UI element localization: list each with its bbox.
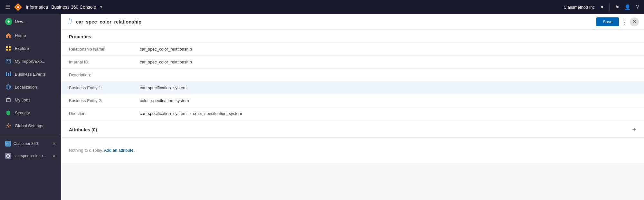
sidebar-label-jobs: My Jobs — [15, 98, 30, 102]
topbar-left: ☰ Informatica Business 360 Console ▼ — [5, 3, 103, 12]
table-row: Internal ID: car_spec_color_relationship — [61, 56, 644, 69]
sidebar-pinned-car-spec[interactable]: car_spec_color_r... ✕ — [0, 150, 61, 162]
help-icon[interactable]: ? — [636, 4, 639, 10]
sidebar-pinned-label-car-spec: car_spec_color_r... — [14, 154, 50, 158]
spinner-icon — [66, 18, 73, 26]
explore-icon — [5, 45, 12, 52]
topbar-separator — [609, 3, 610, 11]
sidebar-divider — [0, 135, 61, 135]
events-icon — [5, 71, 12, 77]
main-content: car_spec_color_relationship Save ⋮ ✕ Pro… — [61, 14, 644, 200]
attributes-section: Attributes (0) + Nothing to display. Add… — [61, 121, 644, 163]
prop-value-entity2: color_specifcation_system — [132, 94, 644, 107]
org-name[interactable]: Classmethod Inc — [564, 5, 595, 10]
svg-rect-11 — [8, 73, 9, 76]
svg-point-23 — [69, 18, 70, 20]
svg-rect-6 — [9, 49, 11, 51]
prop-label-entity2: Business Entity 2: — [61, 94, 132, 107]
attributes-header: Attributes (0) + — [61, 121, 644, 138]
save-button[interactable]: Save — [596, 17, 619, 26]
add-attribute-link[interactable]: Add an attribute. — [104, 148, 135, 153]
user-icon[interactable]: 👤 — [624, 4, 631, 10]
new-plus-icon: + — [5, 18, 12, 25]
jobs-icon — [5, 97, 12, 103]
logo-svg — [14, 3, 23, 12]
app-subtitle: Business 360 Console — [51, 5, 96, 10]
svg-point-24 — [71, 19, 72, 21]
flag-icon[interactable]: ⚑ — [615, 4, 619, 10]
app-name: Informatica — [26, 5, 48, 10]
prop-label-direction: Direction: — [61, 107, 132, 120]
attributes-title: Attributes (0) — [69, 127, 97, 132]
car-spec-icon — [5, 153, 11, 159]
sidebar-item-localization[interactable]: Localization — [0, 81, 61, 93]
sidebar-label-import: My Import/Exp... — [15, 59, 45, 64]
prop-value-entity1: car_specification_system — [132, 81, 644, 94]
sidebar-item-jobs[interactable]: My Jobs — [0, 93, 61, 106]
close-button[interactable]: ✕ — [630, 17, 639, 26]
empty-state: Nothing to display. Add an attribute. — [61, 138, 644, 163]
sidebar-pinned-label-customer360: Customer 360 — [14, 141, 50, 146]
prop-value-description — [132, 69, 644, 81]
table-row: Direction: car_specification_system → co… — [61, 107, 644, 120]
hamburger-icon[interactable]: ☰ — [5, 4, 10, 11]
svg-rect-10 — [6, 72, 7, 76]
sidebar-item-explore[interactable]: Explore — [0, 42, 61, 55]
sidebar-pinned-close-car-spec[interactable]: ✕ — [52, 153, 56, 158]
sidebar-item-security[interactable]: Security — [0, 106, 61, 119]
table-row: Description: — [61, 69, 644, 81]
sidebar: + New... Home Explore My Import/Exp... — [0, 14, 61, 200]
prop-label-internal-id: Internal ID: — [61, 56, 132, 69]
prop-value-internal-id: car_spec_color_relationship — [132, 56, 644, 69]
content-title: car_spec_color_relationship — [76, 19, 141, 24]
sidebar-pinned-close-customer360[interactable]: ✕ — [52, 141, 56, 146]
svg-rect-3 — [6, 46, 8, 48]
sidebar-item-home[interactable]: Home — [0, 29, 61, 42]
sidebar-item-import[interactable]: My Import/Exp... — [0, 55, 61, 68]
sidebar-pinned-customer360[interactable]: C Customer 360 ✕ — [0, 138, 61, 150]
svg-point-26 — [70, 23, 71, 24]
layout: + New... Home Explore My Import/Exp... — [0, 14, 644, 200]
properties-table: Relationship Name: car_spec_color_relati… — [61, 43, 644, 120]
svg-rect-12 — [10, 71, 11, 76]
more-options-button[interactable]: ⋮ — [621, 18, 627, 25]
prop-value-relationship-name: car_spec_color_relationship — [132, 43, 644, 56]
globe-icon — [5, 84, 12, 90]
settings-icon — [5, 122, 12, 129]
properties-header: Properties — [61, 30, 644, 43]
sidebar-label-global-settings: Global Settings — [15, 123, 43, 128]
sidebar-label-security: Security — [15, 110, 30, 115]
svg-rect-4 — [9, 46, 11, 48]
org-dropdown[interactable]: ▼ — [600, 5, 604, 10]
sidebar-item-events[interactable]: Business Events — [0, 68, 61, 81]
new-button[interactable]: + New... — [0, 14, 61, 29]
table-row: Business Entity 2: color_specifcation_sy… — [61, 94, 644, 107]
svg-rect-5 — [6, 49, 8, 51]
content-body: Properties Relationship Name: car_spec_c… — [61, 30, 644, 200]
prop-value-direction: car_specification_system → color_specifc… — [132, 107, 644, 120]
prop-label-entity1: Business Entity 1: — [61, 81, 132, 94]
svg-point-27 — [68, 23, 69, 24]
security-icon — [5, 110, 12, 116]
sidebar-label-explore: Explore — [15, 46, 29, 51]
svg-point-18 — [8, 125, 9, 127]
sidebar-label-home: Home — [15, 33, 26, 38]
customer360-icon: C — [5, 141, 11, 147]
svg-point-25 — [71, 21, 72, 23]
table-row-highlight: Business Entity 1: car_specification_sys… — [61, 81, 644, 94]
sidebar-label-events: Business Events — [15, 72, 46, 77]
app-dropdown-arrow[interactable]: ▼ — [99, 5, 103, 9]
svg-rect-8 — [7, 60, 8, 61]
home-icon — [5, 32, 12, 39]
add-attribute-button[interactable]: + — [632, 126, 636, 134]
informatica-logo — [14, 3, 23, 12]
new-label: New... — [15, 19, 26, 24]
svg-text:C: C — [6, 142, 9, 146]
sidebar-label-localization: Localization — [15, 85, 37, 90]
content-header-left: car_spec_color_relationship — [66, 18, 141, 26]
properties-title: Properties — [69, 34, 91, 39]
prop-label-description: Description: — [61, 69, 132, 81]
prop-label-relationship-name: Relationship Name: — [61, 43, 132, 56]
sidebar-item-global-settings[interactable]: Global Settings — [0, 119, 61, 132]
content-header-right: Save ⋮ ✕ — [596, 17, 639, 26]
